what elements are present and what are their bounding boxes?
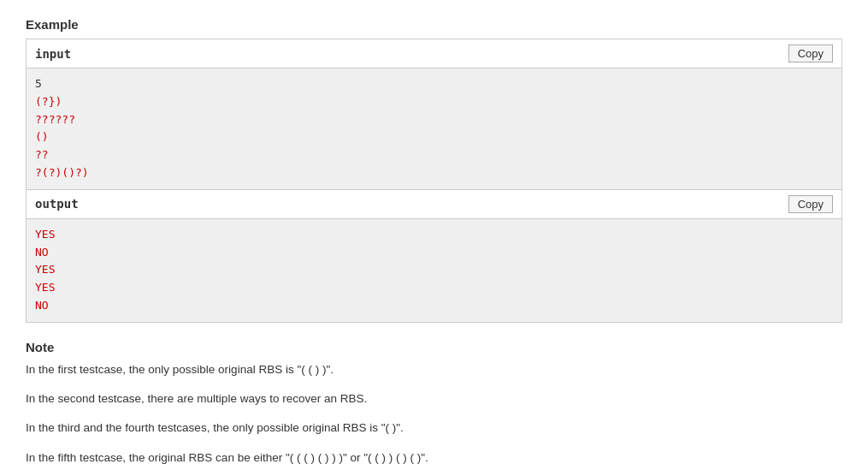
- input-line-3: ??????: [35, 111, 833, 129]
- note-para-1: In the first testcase, the only possible…: [26, 361, 842, 378]
- input-copy-button[interactable]: Copy: [788, 45, 833, 62]
- output-line-3: YES: [35, 261, 833, 279]
- input-label: input: [35, 47, 71, 61]
- output-line-2: NO: [35, 244, 833, 262]
- note-section: Note In the first testcase, the only pos…: [26, 340, 842, 464]
- output-line-1: YES: [35, 226, 833, 244]
- note-para-2: In the second testcase, there are multip…: [26, 390, 842, 407]
- input-line-1: 5: [35, 75, 833, 93]
- output-code-block: YES NO YES YES NO: [27, 219, 841, 322]
- note-title: Note: [26, 340, 842, 354]
- example-box: input Copy 5 (?}) ?????? () ?? ?(?)()?) …: [26, 39, 842, 323]
- output-copy-button[interactable]: Copy: [788, 195, 833, 213]
- output-label: output: [35, 197, 79, 211]
- output-line-5: NO: [35, 297, 833, 315]
- input-code-block: 5 (?}) ?????? () ?? ?(?)()?): [27, 68, 841, 189]
- note-para-3: In the third and the fourth testcases, t…: [26, 419, 842, 437]
- output-header: output Copy: [27, 189, 841, 219]
- input-header: input Copy: [27, 39, 841, 68]
- input-line-5: ??: [35, 146, 833, 164]
- example-section: Example input Copy 5 (?}) ?????? () ?? ?…: [26, 17, 842, 323]
- note-para-4: In the fifth testcase, the original RBS …: [26, 449, 842, 464]
- output-line-4: YES: [35, 279, 833, 297]
- input-line-4: (): [35, 128, 833, 146]
- example-title: Example: [26, 17, 842, 32]
- input-line-6: ?(?)()?): [35, 164, 833, 182]
- input-line-2: (?}): [35, 93, 833, 111]
